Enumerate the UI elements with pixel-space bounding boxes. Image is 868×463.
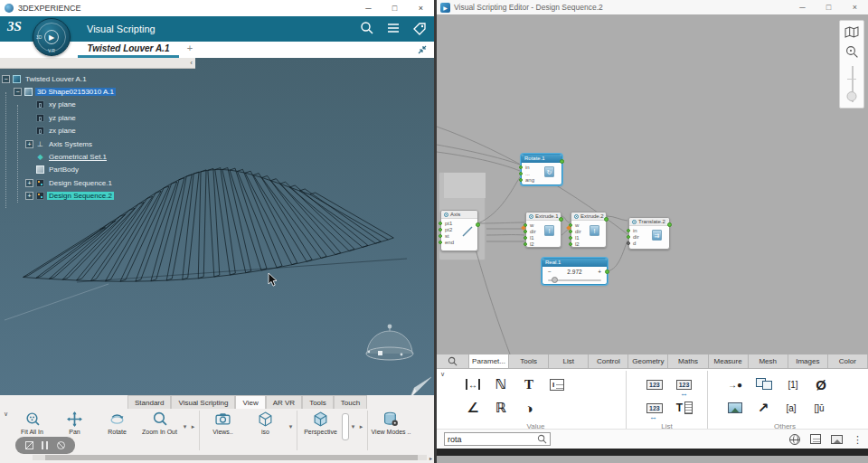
tree-item-design-sequence-2[interactable]: +Design Sequence.2 — [2, 190, 214, 203]
port-rotate1-in[interactable]: in — [522, 164, 561, 170]
node-extrude2[interactable]: Extrude.2 wdirl1l2 ! — [571, 212, 607, 248]
restore-layout-icon[interactable] — [416, 43, 429, 56]
port-extrude2-dir[interactable]: dir — [571, 228, 606, 234]
tree-item-label[interactable]: PartBody — [47, 165, 80, 174]
port-dot[interactable] — [439, 234, 442, 238]
series-list-icon[interactable]: 123 — [646, 403, 663, 413]
palette-tab-mesh[interactable]: Mesh — [749, 354, 788, 368]
text-list-icon[interactable]: T — [676, 400, 693, 416]
tree-item-yz-plane[interactable]: yz plane — [2, 111, 214, 124]
tool-iso[interactable]: iso — [244, 409, 287, 436]
node-real1[interactable]: Real.1 − 2.972 + — [542, 258, 608, 285]
palette-tab-images[interactable]: Images — [788, 354, 828, 368]
ribbon-collapse-icon[interactable]: ∨ — [4, 411, 8, 418]
port-dot[interactable] — [524, 236, 527, 240]
node-translate2[interactable]: Translate.2 indird ⇉ — [628, 217, 670, 250]
minimize-button[interactable]: ─ — [355, 0, 382, 16]
port-dot[interactable] — [439, 222, 442, 225]
point-icon[interactable]: →● — [728, 376, 742, 392]
perspective-slider[interactable] — [342, 413, 349, 440]
expand-group-icon[interactable]: ▸ — [357, 409, 365, 430]
palette-tab-control[interactable]: Control — [589, 354, 628, 368]
port-dot[interactable] — [627, 229, 630, 232]
maximize-button[interactable]: □ — [382, 0, 408, 16]
palette-tab-tools[interactable]: Tools — [509, 354, 549, 368]
port-extrude1-dir[interactable]: dir — [526, 228, 561, 234]
boolean-icon[interactable]: ◑ — [522, 400, 536, 416]
ribbon-tab-standard[interactable]: Standard — [127, 395, 171, 409]
image-icon[interactable] — [728, 402, 742, 413]
tree-item-design-sequence-1[interactable]: +Design Sequence.1 — [2, 176, 214, 189]
port-extrude1-w[interactable]: w — [526, 222, 561, 228]
port-translate2-dir[interactable]: dir — [629, 233, 669, 240]
web-resources-icon[interactable] — [789, 434, 800, 445]
zoom-select-icon[interactable] — [845, 45, 859, 59]
tree-item-label[interactable]: Axis Systems — [47, 140, 94, 148]
tag-icon[interactable] — [412, 21, 427, 35]
port-translate2-d[interactable]: d — [629, 240, 669, 246]
port-dot[interactable] — [569, 236, 572, 240]
tool-fit-all-in[interactable]: Fit All In — [11, 409, 53, 436]
port-dot[interactable] — [524, 242, 527, 246]
palette-tab-geometry[interactable]: Geometry — [628, 354, 668, 368]
map-overview-icon[interactable] — [844, 26, 859, 38]
port-dot[interactable] — [627, 241, 630, 245]
port-dot[interactable] — [627, 235, 630, 239]
port-dot[interactable] — [519, 178, 523, 182]
tree-expander-icon[interactable]: − — [2, 75, 10, 83]
node-axis[interactable]: Axis pt1pt2stend — [440, 210, 478, 251]
editor-maximize-button[interactable]: □ — [816, 0, 842, 14]
ribbon-tab-ar-vr[interactable]: AR VR — [266, 395, 302, 409]
port-rotate1-[interactable]: ... — [522, 170, 561, 176]
ribbon-overflow-icon[interactable]: ▸ — [429, 455, 432, 461]
tree-item-label[interactable]: Design Sequence.1 — [47, 179, 114, 187]
list-index-icon[interactable]: [1] — [786, 376, 800, 392]
disable-icon[interactable] — [57, 441, 65, 449]
tree-item-xy-plane[interactable]: xy plane — [2, 99, 214, 111]
new-tab-button[interactable]: + — [184, 43, 196, 53]
image-library-icon[interactable] — [831, 435, 843, 444]
tree-item-geometrical-set-1[interactable]: ◆Geometrical Set.1 — [2, 150, 214, 163]
range-list-icon[interactable]: 123 — [676, 380, 693, 390]
vector-list-icon[interactable]: []ū — [812, 400, 826, 416]
length-icon[interactable]: ↔ — [466, 379, 480, 390]
real-icon[interactable]: ℝ — [494, 400, 508, 416]
port-dot[interactable] — [519, 172, 523, 175]
palette-tab-paramet-[interactable]: Paramet... — [469, 354, 509, 368]
port-dot[interactable] — [569, 242, 572, 246]
search-icon[interactable] — [360, 21, 374, 35]
tool-view-modes-[interactable]: View Modes .. — [370, 409, 412, 436]
pause-icon[interactable] — [42, 441, 48, 449]
compass-widget[interactable]: ▶ 3D V.R — [33, 18, 71, 56]
multiline-text-icon[interactable]: I — [550, 379, 564, 391]
line-icon[interactable]: ↗ — [756, 400, 770, 416]
more-options-icon[interactable]: ⋮ — [853, 435, 863, 444]
tree-expander-icon[interactable]: + — [25, 140, 33, 148]
resize-pencil-icon[interactable] — [409, 376, 432, 395]
palette-search-input[interactable]: rota — [444, 432, 551, 446]
scrollbar-thumb[interactable] — [45, 455, 418, 460]
text-icon[interactable]: T — [522, 376, 536, 392]
editor-close-button[interactable]: × — [842, 0, 868, 14]
tree-expander-icon[interactable]: − — [14, 88, 22, 96]
palette-tab-measure[interactable]: Measure — [709, 354, 749, 368]
duplicate-icon[interactable] — [756, 376, 772, 392]
port-dot[interactable] — [439, 228, 442, 232]
floating-mini-toolbar[interactable] — [15, 437, 75, 454]
tree-item-zx-plane[interactable]: zx plane — [2, 125, 214, 137]
edit-icon[interactable] — [25, 441, 33, 449]
graph-canvas[interactable]: Axis pt1pt2stend Rotate.1 in...ang ↻ Ext… — [437, 14, 868, 354]
search-icon[interactable] — [537, 434, 547, 444]
tree-item-partbody[interactable]: PartBody — [2, 164, 214, 176]
slider-handle[interactable] — [552, 277, 558, 283]
ribbon-tab-tools[interactable]: Tools — [302, 395, 334, 409]
3d-viewport[interactable]: ‹ −Twisted Louver A.1−3D Shape02153010 A… — [0, 58, 434, 395]
node-rotate1[interactable]: Rotate.1 in...ang ↻ — [521, 154, 562, 185]
tree-item-label[interactable]: yz plane — [47, 114, 78, 122]
ribbon-tab-view[interactable]: View — [235, 395, 265, 409]
port-axis-end[interactable]: end — [441, 239, 477, 245]
play-icon[interactable]: ▶ — [44, 30, 59, 44]
tool-pan[interactable]: Pan — [53, 409, 96, 436]
tree-item-axis-systems[interactable]: +⊥Axis Systems — [2, 137, 214, 150]
tree-expander-icon[interactable]: + — [25, 179, 33, 187]
